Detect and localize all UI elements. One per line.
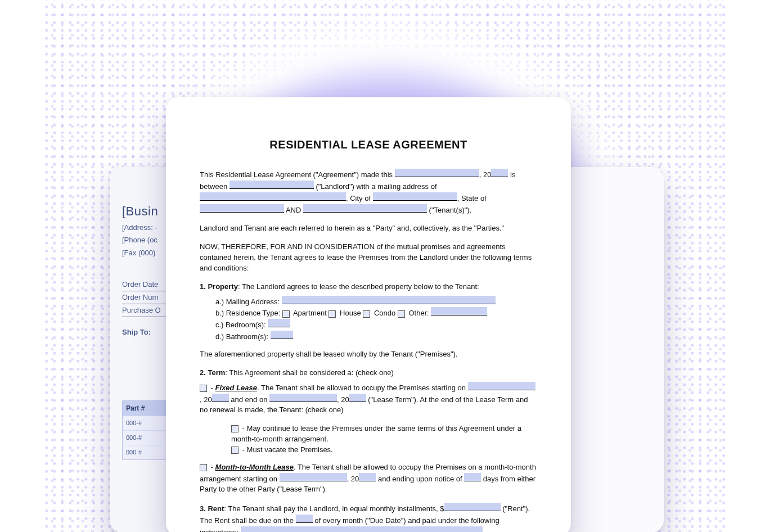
text: Condo: [372, 309, 398, 317]
blank-instructions[interactable]: [241, 526, 483, 532]
section-3: 3. Rent: The Tenant shall pay the Landlo…: [200, 503, 537, 532]
residence-type-label: b.) Residence Type:: [215, 309, 282, 317]
text: , City of: [346, 194, 373, 202]
text: , 20: [337, 395, 349, 404]
blank-mailing-address[interactable]: [282, 296, 496, 304]
order-number-label: Order Num: [122, 291, 167, 304]
section-label: 2. Term: [200, 368, 225, 377]
blank-start-date[interactable]: [468, 382, 536, 390]
bathrooms-label: d.) Bathroom(s):: [215, 332, 271, 341]
checkbox-vacate[interactable]: [231, 447, 238, 454]
section-2: 2. Term: This Agreement shall be conside…: [200, 368, 537, 378]
checkbox-apartment[interactable]: [282, 310, 290, 318]
lease-document: RESIDENTIAL LEASE AGREEMENT This Residen…: [166, 97, 571, 532]
blank-bathrooms[interactable]: [271, 331, 293, 339]
blank-mtm-start[interactable]: [280, 473, 347, 481]
text: ("Tenant(s)").: [427, 206, 471, 214]
blank-notice-days[interactable]: [464, 473, 481, 481]
text: AND: [284, 206, 303, 214]
blank-other[interactable]: [431, 307, 487, 315]
fixed-lease-label: Fixed Lease: [215, 384, 257, 392]
purchase-order-label: Purchase O: [122, 304, 167, 317]
stage: [Busin [Address: - [Phone (oc [Fax (000)…: [0, 0, 774, 532]
premises-paragraph: The aforementioned property shall be lea…: [200, 349, 537, 360]
checkbox-continue-mtm[interactable]: [231, 425, 238, 432]
checkbox-mtm-lease[interactable]: [200, 464, 207, 471]
text: - May continue to lease the Premises und…: [231, 424, 521, 443]
mtm-lease-label: Month-to-Month Lease: [215, 463, 294, 471]
blank-end-date[interactable]: [269, 394, 337, 402]
text: and end on: [229, 395, 269, 404]
mailing-address-label: a.) Mailing Address:: [215, 297, 282, 306]
order-date-label: Order Date: [122, 278, 167, 291]
text: , State of: [457, 194, 487, 202]
blank-mtm-year[interactable]: [359, 473, 376, 481]
blank-state[interactable]: [200, 204, 284, 213]
text: This Residential Lease Agreement ("Agree…: [200, 170, 395, 179]
checkbox-other[interactable]: [398, 310, 405, 318]
blank-year[interactable]: [491, 169, 508, 177]
property-list: a.) Mailing Address: b.) Residence Type:…: [215, 296, 537, 342]
bedrooms-label: c.) Bedroom(s):: [215, 321, 268, 329]
section-label: 3. Rent: [200, 504, 224, 513]
text: Other:: [407, 309, 431, 317]
text: : This Agreement shall be considered a: …: [225, 368, 394, 377]
section-1: 1. Property: The Landlord agrees to leas…: [200, 282, 537, 292]
text: ("Landlord") with a mailing address of: [314, 182, 437, 191]
checkbox-fixed-lease[interactable]: [200, 385, 207, 392]
text: : The Tenant shall pay the Landlord, in …: [224, 504, 444, 513]
blank-date[interactable]: [395, 169, 479, 177]
section-label: 1. Property: [200, 282, 238, 291]
blank-city[interactable]: [373, 192, 457, 201]
document-title: RESIDENTIAL LEASE AGREEMENT: [200, 137, 537, 153]
blank-bedrooms[interactable]: [268, 319, 290, 327]
text: . The Tenant shall be allowed to occupy …: [257, 384, 468, 392]
consideration-paragraph: NOW, THEREFORE, FOR AND IN CONSIDERATION…: [200, 242, 537, 274]
intro-paragraph: This Residential Lease Agreement ("Agree…: [200, 169, 537, 215]
text: - Must vacate the Premises.: [240, 445, 333, 454]
fixed-lease-option: - Fixed Lease. The Tenant shall be allow…: [200, 382, 537, 416]
blank-landlord[interactable]: [230, 181, 314, 189]
blank-end-year[interactable]: [349, 394, 366, 402]
blank-due-day[interactable]: [296, 515, 313, 523]
checkbox-condo[interactable]: [363, 310, 370, 318]
text: : The Landlord agrees to lease the descr…: [238, 282, 479, 291]
text: Apartment: [291, 309, 328, 317]
mtm-lease-option: - Month-to-Month Lease. The Tenant shall…: [200, 462, 537, 495]
text: and ending upon notice of: [376, 475, 464, 483]
blank-tenant[interactable]: [303, 204, 427, 213]
blank-address[interactable]: [200, 192, 346, 201]
blank-rent-amount[interactable]: [444, 503, 501, 511]
checkbox-house[interactable]: [328, 310, 336, 318]
text: , 20: [347, 475, 359, 483]
parties-paragraph: Landlord and Tenant are each referred to…: [200, 223, 537, 234]
text: , 20: [479, 170, 492, 179]
text: House: [338, 309, 363, 317]
text: , 20: [200, 395, 212, 404]
blank-start-year[interactable]: [212, 394, 229, 402]
ship-to-label: Ship To:: [122, 328, 151, 336]
fixed-lease-suboptions: - May continue to lease the Premises und…: [231, 423, 537, 456]
